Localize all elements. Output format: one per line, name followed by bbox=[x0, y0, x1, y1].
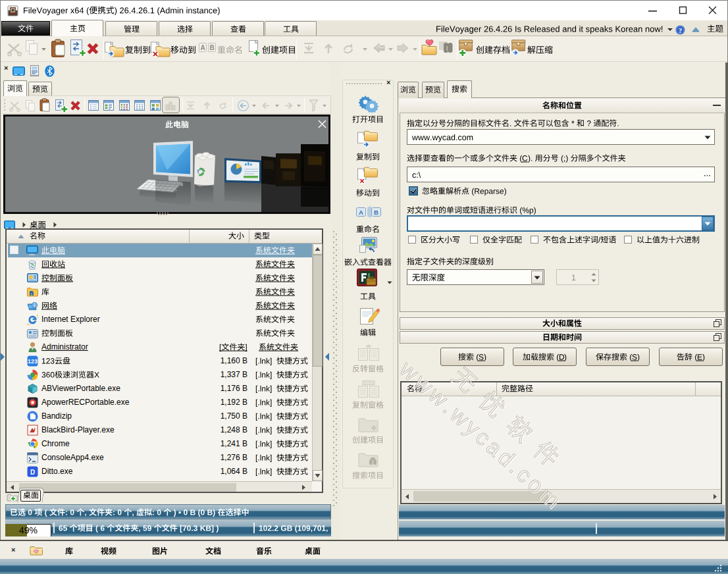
svg-text:A: A bbox=[200, 44, 205, 51]
svg-text:B: B bbox=[374, 209, 378, 216]
svg-text:?: ? bbox=[679, 26, 683, 34]
svg-text:A: A bbox=[359, 209, 363, 216]
svg-text:B: B bbox=[209, 44, 214, 51]
svg-text:D: D bbox=[30, 469, 35, 476]
svg-text:123: 123 bbox=[28, 358, 38, 365]
